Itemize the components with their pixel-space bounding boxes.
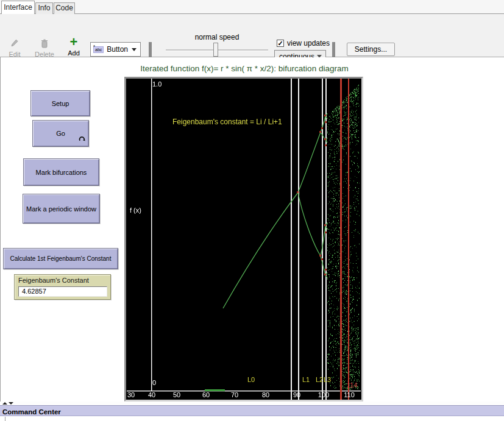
segment-length-label: L0 — [247, 376, 255, 383]
x-tick-label: 80 — [262, 391, 269, 398]
add-button[interactable]: + Add — [65, 36, 83, 57]
y-max-label: 1.0 — [152, 80, 161, 88]
view-updates-label: view updates — [287, 39, 330, 48]
command-center-body[interactable] — [0, 416, 504, 421]
feigenbaum-monitor: Feigenbaum's Constant 4.62857 — [14, 274, 111, 300]
tab-info[interactable]: Info — [35, 2, 53, 14]
view-updates-checkbox[interactable]: ✓ — [277, 40, 284, 47]
speed-slider-label: normal speed — [166, 33, 268, 41]
x-tick-label: 70 — [231, 391, 238, 398]
pencil-icon — [5, 37, 24, 49]
y-axis-title: f (x) — [130, 207, 141, 214]
toolbar-separator — [149, 42, 152, 57]
r-end-label: 114 — [347, 381, 358, 389]
plus-icon: + — [65, 36, 83, 48]
monitor-value: 4.62857 — [18, 286, 107, 297]
mark-periodic-window-button[interactable]: Mark a periodic window — [23, 194, 100, 224]
expand-up-icon[interactable] — [2, 402, 7, 405]
tab-bar: Interface Info Code — [0, 0, 504, 14]
setup-button[interactable]: Setup — [30, 90, 90, 116]
calculate-feigenbaum-button[interactable]: Calculate 1st Feigenbaum's Constant — [3, 248, 118, 269]
netlogo-window: Interface Info Code Edit Delete + Add *a… — [0, 0, 504, 421]
segment-length-label: L2 — [316, 376, 323, 383]
abc-widget-icon: *abc — [93, 46, 104, 53]
x-tick-label: 30 — [127, 391, 135, 398]
x-tick-label: 50 — [173, 391, 180, 398]
monitor-label: Feigenbaum's Constant — [15, 275, 110, 284]
toolbar: Edit Delete + Add *abc Button normal spe… — [0, 14, 504, 57]
command-center-header[interactable]: Command Center — [0, 405, 504, 416]
settings-button[interactable]: Settings... — [347, 43, 395, 56]
widget-type-dropdown[interactable]: *abc Button — [90, 42, 141, 57]
add-label: Add — [65, 49, 83, 57]
command-center-title: Command Center — [0, 407, 61, 417]
x-tick-label: 110 — [344, 391, 355, 398]
x-tick-label: 90 — [293, 391, 300, 398]
x-tick-label: 60 — [202, 391, 210, 398]
chevron-down-icon — [132, 48, 137, 51]
tab-code[interactable]: Code — [54, 2, 75, 14]
mark-bifurcations-button[interactable]: Mark bifurcations — [23, 158, 99, 186]
trash-icon — [32, 37, 57, 49]
segment-length-label: L3 — [324, 376, 331, 383]
command-caret — [5, 417, 5, 421]
x-tick-label: 100 — [318, 391, 329, 398]
segment-length-label: L1 — [302, 376, 310, 383]
edit-button[interactable]: Edit — [5, 37, 24, 58]
plot-title: Iterated function f(x)= r * sin( π * x/2… — [124, 64, 364, 73]
collapse-down-icon[interactable] — [9, 402, 13, 405]
toolbar-separator — [332, 42, 335, 57]
interface-canvas: Setup Go Mark bifurcations Mark a period… — [0, 57, 504, 402]
view-updates-checkbox-row: ✓ view updates — [277, 39, 330, 48]
feigenbaum-annotation: Feigenbaum's constant = Li / Li+1 — [172, 118, 282, 126]
plot-area: 1.0 0 f (x) Feigenbaum's constant = Li /… — [127, 79, 361, 400]
bifurcation-plot: 1.0 0 f (x) Feigenbaum's constant = Li /… — [124, 77, 363, 402]
tab-interface[interactable]: Interface — [1, 1, 35, 14]
go-label: Go — [56, 130, 65, 137]
go-button[interactable]: Go — [32, 120, 89, 147]
forever-icon — [79, 136, 85, 144]
widget-type-value: Button — [107, 45, 132, 54]
plot-label-layer: 1.0 0 f (x) Feigenbaum's constant = Li /… — [127, 79, 361, 400]
speed-slider-handle[interactable] — [213, 43, 218, 57]
x-tick-label: 40 — [148, 391, 155, 398]
y-min-label: 0 — [152, 379, 156, 386]
delete-button[interactable]: Delete — [32, 37, 57, 58]
